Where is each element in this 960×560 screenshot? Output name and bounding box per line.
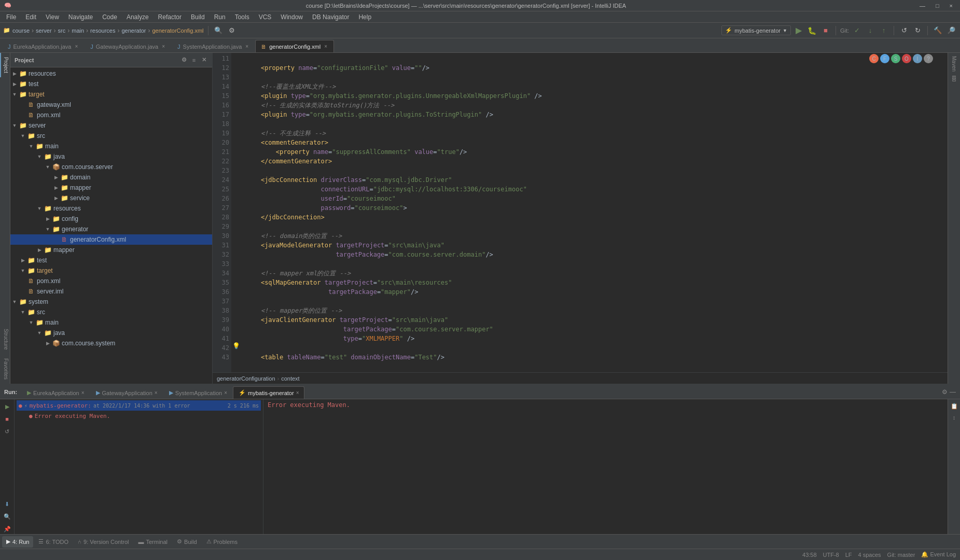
run-tree-item-error[interactable]: ● Error executing Maven. [17,411,261,421]
breadcrumb-item-context[interactable]: context [281,375,299,382]
run-btn[interactable]: ▶ [793,25,804,36]
git-commit-btn[interactable]: ✓ [851,25,862,36]
tree-item-config[interactable]: ▶ 📁 config [10,214,212,224]
bottom-tab-todo[interactable]: ☰ 6: TODO [34,536,73,548]
menu-refactor[interactable]: Refactor [154,12,186,22]
tab-eureka[interactable]: J EurekaApplication.java × [2,40,85,52]
sidebar-favorites-tab[interactable]: Favorites [0,354,10,384]
toolbar-build-btn[interactable]: 🔨 [932,25,943,36]
tree-item-src[interactable]: ▼ 📁 src [10,131,212,141]
tree-item-generator-config-xml[interactable]: 🗎 generatorConfig.xml [10,234,212,245]
menu-navigate[interactable]: Navigate [64,12,97,22]
tree-item-server[interactable]: ▼ 📁 server [10,120,212,131]
menu-window[interactable]: Window [276,12,307,22]
other-browser-icon[interactable]: ? [924,54,933,63]
run-filter-icon[interactable]: 🔍 [2,511,12,522]
tree-item-server-iml[interactable]: 🗎 server.iml [10,286,212,297]
chrome-icon[interactable]: C [869,54,879,63]
ie-icon[interactable]: I [913,54,922,63]
tab-generator-config[interactable]: 🗎 generatorConfig.xml × [255,40,334,52]
tree-item-gateway-xml[interactable]: 🗎 gateway.xml [10,100,212,110]
menu-vcs[interactable]: VCS [255,12,276,22]
bottom-tab-run[interactable]: ▶ 4: Run [2,536,33,548]
menu-run[interactable]: Run [210,12,230,22]
breadcrumb-item-root[interactable]: generatorConfiguration [217,375,275,382]
run-rerun-icon[interactable]: ↺ [2,426,12,437]
run-panel-minimize-icon[interactable]: — [950,388,956,396]
menu-analyze[interactable]: Analyze [122,12,153,22]
sidebar-project-tab[interactable]: Project [0,53,10,77]
tree-item-target2[interactable]: ▼ 📁 target [10,265,212,276]
bottom-tab-build[interactable]: ⚙ Build [173,536,201,548]
tree-item-java2[interactable]: ▼ 📁 java [10,328,212,338]
menu-build[interactable]: Build [187,12,209,22]
panel-settings-btn[interactable]: ⚙ [180,56,188,64]
run-tab-eureka[interactable]: ▶ EurekaApplication × [21,386,90,399]
tree-item-domain[interactable]: ▶ 📁 domain [10,172,212,183]
tree-item-mapper-pkg[interactable]: ▶ 📁 mapper [10,183,212,193]
code-editor[interactable]: <property name="configurationFile" value… [242,53,948,372]
git-update-btn[interactable]: ↓ [865,25,876,36]
toolbar-undo-btn[interactable]: ↺ [898,25,910,36]
tree-item-generator[interactable]: ▼ 📁 generator [10,224,212,234]
run-tab-mybatis[interactable]: ⚡ mybatis-generator × [233,386,305,399]
toolbar-search2-btn[interactable]: 🔎 [945,25,957,36]
run-right-icon-1[interactable]: 📋 [950,401,959,411]
tree-item-package-server[interactable]: ▼ 📦 com.course.server [10,162,212,172]
tree-item-mapper-dir[interactable]: ▶ 📁 mapper [10,245,212,255]
tab-eureka-close[interactable]: × [74,43,79,50]
db-icon[interactable]: 🗄 [950,75,958,83]
tree-item-package-system[interactable]: ▶ 📦 com.course.system [10,338,212,348]
opera-icon[interactable]: O [902,54,911,63]
tree-item-pom2[interactable]: 🗎 pom.xml [10,276,212,286]
tree-item-service[interactable]: ▶ 📁 service [10,193,212,203]
menu-file[interactable]: File [2,12,20,22]
tree-item-main2[interactable]: ▼ 📁 main [10,317,212,328]
firefox-icon[interactable]: F [880,54,889,63]
tree-item-pom1[interactable]: 🗎 pom.xml [10,110,212,120]
run-config-dropdown[interactable]: ⚡ mybatis-generator ▼ [721,25,791,35]
tree-item-resources-main[interactable]: ▼ 📁 resources [10,203,212,214]
statusbar-indent-size[interactable]: 4 spaces [858,552,881,558]
menu-view[interactable]: View [41,12,63,22]
sidebar-structure-tab[interactable]: Structure [0,325,10,354]
menu-code[interactable]: Code [98,12,121,22]
tree-item-java[interactable]: ▼ 📁 java [10,151,212,162]
statusbar-event-log[interactable]: 🔔 Event Log [921,551,956,558]
menu-tools[interactable]: Tools [231,12,254,22]
menu-help[interactable]: Help [354,12,375,22]
run-tab-gateway[interactable]: ▶ GatewayApplication × [90,386,163,399]
menu-edit[interactable]: Edit [21,12,40,22]
run-tree-item-main[interactable]: ● ⚡ mybatis-generator: at 2022/1/17 14:3… [17,400,261,411]
statusbar-encoding[interactable]: UTF-8 [823,552,839,558]
gutter-bulb-icon[interactable]: 💡 [232,342,240,349]
maven-icon[interactable]: Maven [950,55,958,73]
bottom-tab-problems[interactable]: ⚠ Problems [202,536,242,548]
tree-item-src2[interactable]: ▼ 📁 src [10,307,212,317]
run-stop-icon[interactable]: ■ [2,414,12,424]
tree-item-test2[interactable]: ▶ 📁 test [10,255,212,265]
bottom-tab-terminal[interactable]: ▬ Terminal [134,536,172,548]
tab-system[interactable]: J SystemApplication.java × [172,40,255,52]
toolbar-redo-btn[interactable]: ↻ [912,25,923,36]
maximize-btn[interactable]: □ [933,3,942,9]
run-tab-system-close[interactable]: × [224,390,227,396]
tab-gateway-close[interactable]: × [161,43,166,50]
minimize-btn[interactable]: — [916,3,928,9]
tab-system-close[interactable]: × [244,43,249,50]
run-tab-gateway-close[interactable]: × [155,390,158,396]
tree-item-resources[interactable]: ▶ 📁 resources [10,68,212,79]
tab-gateway[interactable]: J GatewayApplication.java × [85,40,172,52]
git-push-btn[interactable]: ↑ [878,25,889,36]
tree-item-target1[interactable]: ▼ 📁 target [10,89,212,100]
toolbar-project-link[interactable]: 📁 [3,27,10,34]
statusbar-branch[interactable]: Git: master [887,552,915,558]
run-tab-mybatis-close[interactable]: × [296,390,299,396]
statusbar-line-col[interactable]: 43:58 [802,552,817,558]
menu-db-navigator[interactable]: DB Navigator [308,12,353,22]
run-play-icon[interactable]: ▶ [2,401,12,412]
run-right-icon-2[interactable]: ↕ [950,413,959,422]
panel-expand-btn[interactable]: ✕ [200,56,208,64]
panel-collapse-btn[interactable]: ≡ [190,56,198,64]
tree-item-main[interactable]: ▼ 📁 main [10,141,212,151]
